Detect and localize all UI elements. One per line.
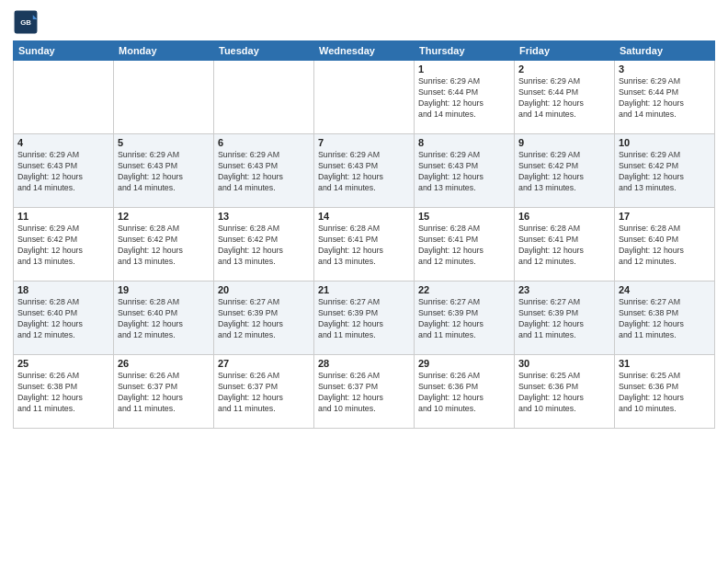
calendar: SundayMondayTuesdayWednesdayThursdayFrid… [13, 40, 715, 429]
day-number: 14 [318, 211, 410, 222]
calendar-cell: 18Sunrise: 6:28 AM Sunset: 6:40 PM Dayli… [14, 282, 114, 355]
day-info: Sunrise: 6:26 AM Sunset: 6:37 PM Dayligh… [318, 371, 410, 415]
day-number: 7 [318, 137, 410, 148]
day-number: 20 [218, 284, 310, 295]
day-number: 17 [619, 211, 711, 222]
day-info: Sunrise: 6:28 AM Sunset: 6:40 PM Dayligh… [17, 297, 109, 341]
day-number: 10 [619, 137, 711, 148]
calendar-cell: 24Sunrise: 6:27 AM Sunset: 6:38 PM Dayli… [615, 282, 715, 355]
day-number: 4 [17, 137, 109, 148]
day-info: Sunrise: 6:29 AM Sunset: 6:44 PM Dayligh… [418, 76, 510, 121]
day-info: Sunrise: 6:29 AM Sunset: 6:44 PM Dayligh… [619, 76, 711, 121]
day-number: 2 [518, 63, 610, 75]
calendar-cell: 11Sunrise: 6:29 AM Sunset: 6:42 PM Dayli… [14, 208, 114, 282]
day-info: Sunrise: 6:29 AM Sunset: 6:43 PM Dayligh… [17, 150, 109, 194]
calendar-cell: 6Sunrise: 6:29 AM Sunset: 6:43 PM Daylig… [214, 134, 314, 208]
day-info: Sunrise: 6:29 AM Sunset: 6:42 PM Dayligh… [17, 224, 109, 268]
calendar-cell: 1Sunrise: 6:29 AM Sunset: 6:44 PM Daylig… [415, 61, 515, 134]
day-number: 24 [619, 284, 711, 295]
day-info: Sunrise: 6:29 AM Sunset: 6:42 PM Dayligh… [619, 150, 711, 194]
calendar-cell: 10Sunrise: 6:29 AM Sunset: 6:42 PM Dayli… [615, 134, 715, 208]
calendar-week-row: 4Sunrise: 6:29 AM Sunset: 6:43 PM Daylig… [14, 134, 715, 208]
calendar-cell: 13Sunrise: 6:28 AM Sunset: 6:42 PM Dayli… [214, 208, 314, 282]
day-number: 13 [218, 211, 310, 222]
day-info: Sunrise: 6:29 AM Sunset: 6:43 PM Dayligh… [318, 150, 410, 194]
day-number: 19 [118, 284, 210, 295]
calendar-cell: 23Sunrise: 6:27 AM Sunset: 6:39 PM Dayli… [515, 282, 615, 355]
calendar-cell: 16Sunrise: 6:28 AM Sunset: 6:41 PM Dayli… [515, 208, 615, 282]
day-number: 29 [418, 358, 510, 369]
calendar-cell: 20Sunrise: 6:27 AM Sunset: 6:39 PM Dayli… [214, 282, 314, 355]
calendar-cell [14, 61, 114, 134]
calendar-day-header: Sunday [14, 41, 114, 61]
day-number: 23 [518, 284, 610, 295]
calendar-cell [214, 61, 314, 134]
day-number: 25 [17, 358, 109, 369]
day-number: 15 [418, 211, 510, 222]
calendar-cell: 15Sunrise: 6:28 AM Sunset: 6:41 PM Dayli… [415, 208, 515, 282]
day-info: Sunrise: 6:27 AM Sunset: 6:39 PM Dayligh… [218, 297, 310, 341]
calendar-day-header: Monday [114, 41, 214, 61]
calendar-cell: 14Sunrise: 6:28 AM Sunset: 6:41 PM Dayli… [314, 208, 415, 282]
day-info: Sunrise: 6:28 AM Sunset: 6:42 PM Dayligh… [118, 224, 210, 268]
day-number: 11 [17, 211, 109, 222]
day-info: Sunrise: 6:27 AM Sunset: 6:39 PM Dayligh… [318, 297, 410, 341]
day-info: Sunrise: 6:29 AM Sunset: 6:44 PM Dayligh… [518, 76, 610, 121]
calendar-cell: 7Sunrise: 6:29 AM Sunset: 6:43 PM Daylig… [314, 134, 415, 208]
calendar-cell [314, 61, 415, 134]
calendar-week-row: 25Sunrise: 6:26 AM Sunset: 6:38 PM Dayli… [14, 355, 715, 429]
calendar-cell: 30Sunrise: 6:25 AM Sunset: 6:36 PM Dayli… [515, 355, 615, 429]
calendar-cell: 19Sunrise: 6:28 AM Sunset: 6:40 PM Dayli… [114, 282, 214, 355]
day-number: 3 [619, 63, 711, 75]
calendar-cell: 3Sunrise: 6:29 AM Sunset: 6:44 PM Daylig… [615, 61, 715, 134]
calendar-cell: 12Sunrise: 6:28 AM Sunset: 6:42 PM Dayli… [114, 208, 214, 282]
calendar-cell: 9Sunrise: 6:29 AM Sunset: 6:42 PM Daylig… [515, 134, 615, 208]
day-info: Sunrise: 6:29 AM Sunset: 6:42 PM Dayligh… [518, 150, 610, 194]
day-number: 28 [318, 358, 410, 369]
day-info: Sunrise: 6:28 AM Sunset: 6:41 PM Dayligh… [518, 224, 610, 268]
calendar-cell: 8Sunrise: 6:29 AM Sunset: 6:43 PM Daylig… [415, 134, 515, 208]
calendar-day-header: Saturday [615, 41, 715, 61]
day-number: 31 [619, 358, 711, 369]
day-number: 27 [218, 358, 310, 369]
day-info: Sunrise: 6:27 AM Sunset: 6:39 PM Dayligh… [418, 297, 510, 341]
calendar-cell: 31Sunrise: 6:25 AM Sunset: 6:36 PM Dayli… [615, 355, 715, 429]
day-number: 1 [418, 63, 510, 75]
calendar-cell: 25Sunrise: 6:26 AM Sunset: 6:38 PM Dayli… [14, 355, 114, 429]
calendar-day-header: Thursday [415, 41, 515, 61]
day-info: Sunrise: 6:27 AM Sunset: 6:38 PM Dayligh… [619, 297, 711, 341]
calendar-cell: 26Sunrise: 6:26 AM Sunset: 6:37 PM Dayli… [114, 355, 214, 429]
day-info: Sunrise: 6:27 AM Sunset: 6:39 PM Dayligh… [518, 297, 610, 341]
calendar-week-row: 18Sunrise: 6:28 AM Sunset: 6:40 PM Dayli… [14, 282, 715, 355]
day-number: 30 [518, 358, 610, 369]
calendar-day-header: Tuesday [214, 41, 314, 61]
day-number: 6 [218, 137, 310, 148]
calendar-day-header: Wednesday [314, 41, 415, 61]
day-number: 5 [118, 137, 210, 148]
day-number: 22 [418, 284, 510, 295]
day-info: Sunrise: 6:26 AM Sunset: 6:37 PM Dayligh… [218, 371, 310, 415]
logo-icon: GB [13, 9, 39, 35]
calendar-cell: 5Sunrise: 6:29 AM Sunset: 6:43 PM Daylig… [114, 134, 214, 208]
day-number: 8 [418, 137, 510, 148]
day-info: Sunrise: 6:28 AM Sunset: 6:40 PM Dayligh… [118, 297, 210, 341]
calendar-cell: 21Sunrise: 6:27 AM Sunset: 6:39 PM Dayli… [314, 282, 415, 355]
calendar-week-row: 1Sunrise: 6:29 AM Sunset: 6:44 PM Daylig… [14, 61, 715, 134]
day-info: Sunrise: 6:26 AM Sunset: 6:36 PM Dayligh… [418, 371, 510, 415]
calendar-cell: 28Sunrise: 6:26 AM Sunset: 6:37 PM Dayli… [314, 355, 415, 429]
day-info: Sunrise: 6:28 AM Sunset: 6:40 PM Dayligh… [619, 224, 711, 268]
calendar-cell [114, 61, 214, 134]
calendar-header-row: SundayMondayTuesdayWednesdayThursdayFrid… [14, 41, 715, 61]
calendar-cell: 29Sunrise: 6:26 AM Sunset: 6:36 PM Dayli… [415, 355, 515, 429]
day-number: 16 [518, 211, 610, 222]
day-number: 9 [518, 137, 610, 148]
day-info: Sunrise: 6:29 AM Sunset: 6:43 PM Dayligh… [118, 150, 210, 194]
calendar-week-row: 11Sunrise: 6:29 AM Sunset: 6:42 PM Dayli… [14, 208, 715, 282]
day-number: 26 [118, 358, 210, 369]
header: GB [13, 9, 715, 35]
page-container: GB SundayMondayTuesdayWednesdayThursdayF… [0, 0, 728, 434]
day-info: Sunrise: 6:28 AM Sunset: 6:41 PM Dayligh… [318, 224, 410, 268]
svg-text:GB: GB [20, 18, 31, 27]
day-info: Sunrise: 6:26 AM Sunset: 6:38 PM Dayligh… [17, 371, 109, 415]
day-info: Sunrise: 6:28 AM Sunset: 6:42 PM Dayligh… [218, 224, 310, 268]
